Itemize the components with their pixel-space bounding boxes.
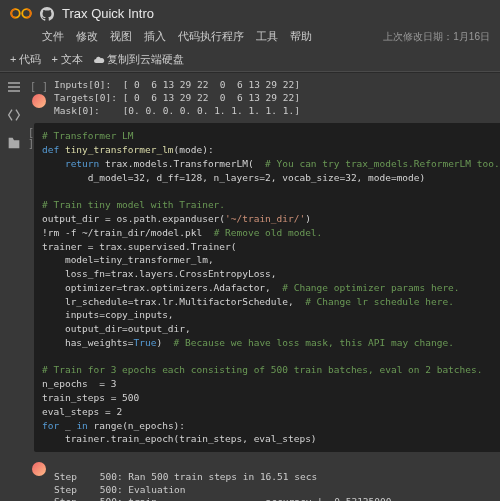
avatar: [32, 94, 46, 108]
menu-runtime[interactable]: 代码执行程序: [178, 29, 244, 44]
last-modified-label: 上次修改日期：1月16日: [383, 30, 490, 44]
menu-help[interactable]: 帮助: [290, 29, 312, 44]
menu-edit[interactable]: 修改: [76, 29, 98, 44]
code-editor[interactable]: # Transformer LM def tiny_transformer_lm…: [34, 123, 500, 452]
code-cell[interactable]: [ ] # Transformer LM def tiny_transforme…: [28, 123, 492, 452]
colab-logo-icon: [10, 7, 32, 21]
menu-view[interactable]: 视图: [110, 29, 132, 44]
left-sidebar: [0, 73, 28, 501]
exec-indicator: [ ]: [30, 81, 48, 92]
copy-to-drive-button[interactable]: 复制到云端硬盘: [93, 52, 184, 67]
body-area: [ ] Inputs[0]: [ 0 6 13 29 22 0 6 13 29 …: [0, 73, 500, 501]
toolbar: + 代码 + 文本 复制到云端硬盘: [0, 48, 500, 72]
cell-gutter: [28, 456, 50, 501]
menu-insert[interactable]: 插入: [144, 29, 166, 44]
snippets-icon[interactable]: [6, 107, 22, 123]
add-text-button[interactable]: + 文本: [51, 52, 82, 67]
notebook-content: [ ] Inputs[0]: [ 0 6 13 29 22 0 6 13 29 …: [28, 73, 500, 501]
output-cell-2: Step 500: Ran 500 train steps in 16.51 s…: [28, 456, 492, 501]
add-code-button[interactable]: + 代码: [10, 52, 41, 67]
menu-bar: 文件 修改 视图 插入 代码执行程序 工具 帮助 上次修改日期：1月16日: [0, 27, 500, 48]
avatar: [32, 462, 46, 476]
cell-gutter: [ ]: [28, 77, 50, 119]
cloud-icon: [93, 54, 105, 66]
output-cell-1: [ ] Inputs[0]: [ 0 6 13 29 22 0 6 13 29 …: [28, 77, 492, 119]
menu-file[interactable]: 文件: [42, 29, 64, 44]
output-text: Inputs[0]: [ 0 6 13 29 22 0 6 13 29 22] …: [50, 77, 492, 119]
header: Trax Quick Intro 文件 修改 视图 插入 代码执行程序 工具 帮…: [0, 0, 500, 73]
toc-icon[interactable]: [6, 79, 22, 95]
github-icon: [40, 7, 54, 21]
copy-to-drive-label: 复制到云端硬盘: [107, 53, 184, 65]
files-icon[interactable]: [6, 135, 22, 151]
notebook-title[interactable]: Trax Quick Intro: [62, 6, 154, 21]
training-output: Step 500: Ran 500 train steps in 16.51 s…: [50, 456, 492, 501]
title-row: Trax Quick Intro: [0, 0, 500, 27]
menu-tools[interactable]: 工具: [256, 29, 278, 44]
